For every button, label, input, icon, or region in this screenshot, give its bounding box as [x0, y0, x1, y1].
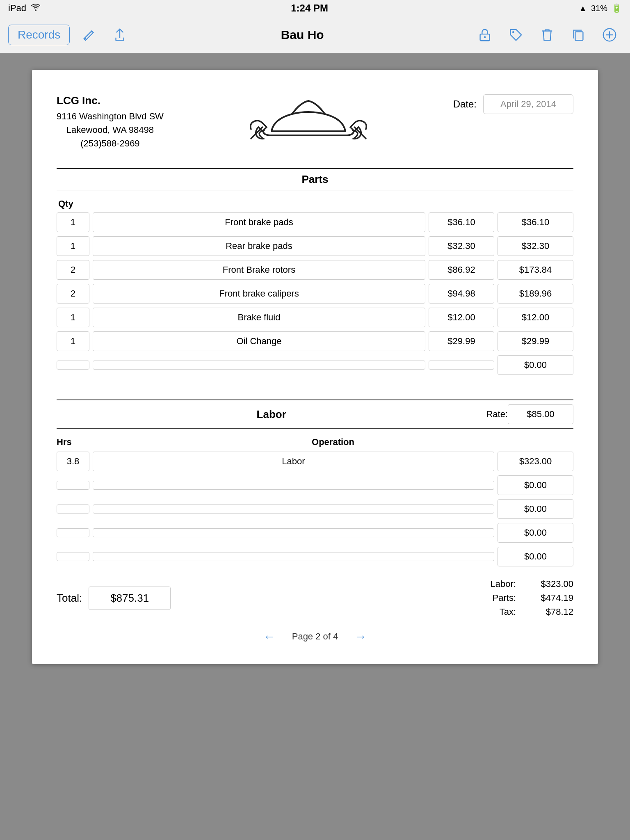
parts-price-cell[interactable]: $32.30 — [429, 236, 494, 256]
parts-desc-cell[interactable]: Brake fluid — [93, 308, 425, 327]
battery-label: 31% — [591, 4, 607, 13]
total-value: $875.31 — [89, 587, 171, 610]
parts-table-row: $0.00 — [57, 355, 573, 375]
parts-price-cell[interactable]: $94.98 — [429, 284, 494, 304]
totals-right: Labor: $323.00 Parts: $474.19 Tax: $78.1… — [475, 579, 573, 617]
labor-col-headers: Hrs Operation — [57, 437, 573, 447]
labor-summary-label: Labor: — [475, 579, 516, 589]
labor-op-cell[interactable] — [93, 504, 494, 514]
labor-amt-cell[interactable]: $323.00 — [498, 452, 573, 471]
totals-section: Total: $875.31 Labor: $323.00 Parts: $47… — [57, 579, 573, 617]
date-area: Date: April 29, 2014 — [453, 94, 573, 114]
labor-rate-value: $85.00 — [508, 404, 573, 424]
edit-button[interactable] — [76, 23, 101, 47]
labor-hrs-cell[interactable] — [57, 481, 89, 490]
labor-header: Labor Rate: $85.00 — [57, 399, 573, 429]
labor-summary-value: $323.00 — [524, 579, 573, 589]
parts-desc-cell[interactable]: Front brake pads — [93, 212, 425, 232]
parts-desc-cell[interactable] — [93, 361, 425, 370]
parts-qty-cell[interactable]: 2 — [57, 284, 89, 304]
parts-price-cell[interactable]: $29.99 — [429, 331, 494, 351]
parts-qty-cell[interactable]: 1 — [57, 331, 89, 351]
parts-desc-cell[interactable]: Oil Change — [93, 331, 425, 351]
wifi-icon — [31, 3, 40, 14]
total-left: Total: $875.31 — [57, 587, 171, 610]
parts-qty-cell[interactable]: 2 — [57, 260, 89, 280]
signal-icon: ▲ — [579, 4, 587, 13]
svg-rect-3 — [575, 32, 583, 40]
parts-price-cell[interactable]: $12.00 — [429, 308, 494, 327]
parts-qty-cell[interactable] — [57, 361, 89, 370]
labor-op-cell[interactable] — [93, 552, 494, 561]
parts-price-cell[interactable]: $86.92 — [429, 260, 494, 280]
delete-button[interactable] — [535, 23, 559, 47]
battery-icon: 🔋 — [612, 3, 622, 13]
date-label: Date: — [453, 98, 477, 110]
parts-col-headers: Qty — [57, 199, 573, 209]
svg-point-2 — [512, 31, 514, 33]
parts-total-cell[interactable]: $12.00 — [498, 308, 573, 327]
device-label: iPad — [8, 3, 26, 14]
parts-total-cell[interactable]: $36.10 — [498, 212, 573, 232]
time-display: 1:24 PM — [291, 2, 328, 14]
parts-total-cell[interactable]: $189.96 — [498, 284, 573, 304]
parts-qty-cell[interactable]: 1 — [57, 308, 89, 327]
labor-table-row: 3.8 Labor $323.00 — [57, 452, 573, 471]
labor-table: 3.8 Labor $323.00 $0.00 $0.00 $0.00 $0.0… — [57, 452, 573, 566]
add-button[interactable] — [597, 23, 622, 47]
labor-op-cell[interactable] — [93, 481, 494, 490]
labor-amt-cell[interactable]: $0.00 — [498, 475, 573, 495]
parts-table-row: 2 Front brake calipers $94.98 $189.96 — [57, 284, 573, 304]
svg-point-1 — [484, 36, 486, 38]
totals-row: Total: $875.31 Labor: $323.00 Parts: $47… — [57, 579, 573, 617]
labor-op-cell[interactable] — [93, 528, 494, 537]
labor-hrs-cell[interactable] — [57, 528, 89, 537]
lock-button[interactable] — [472, 23, 497, 47]
parts-summary-value: $474.19 — [524, 593, 573, 603]
phone: (253)588-2969 — [57, 137, 164, 150]
document-title: Bau Ho — [140, 28, 464, 42]
labor-amt-cell[interactable]: $0.00 — [498, 499, 573, 519]
parts-price-cell[interactable]: $36.10 — [429, 212, 494, 232]
labor-hrs-cell[interactable]: 3.8 — [57, 452, 89, 471]
labor-op-cell[interactable]: Labor — [93, 452, 494, 471]
labor-table-row: $0.00 — [57, 499, 573, 519]
hrs-header: Hrs — [57, 437, 89, 447]
company-info: LCG Inc. 9116 Washington Blvd SW Lakewoo… — [57, 94, 164, 150]
main-content: LCG Inc. 9116 Washington Blvd SW Lakewoo… — [0, 53, 630, 680]
qty-header: Qty — [58, 199, 95, 209]
parts-desc-cell[interactable]: Rear brake pads — [93, 236, 425, 256]
address-line2: Lakewood, WA 98498 — [57, 123, 164, 137]
status-bar: iPad 1:24 PM ▲ 31% 🔋 — [0, 0, 630, 16]
tax-summary-value: $78.12 — [524, 607, 573, 617]
labor-amt-cell[interactable]: $0.00 — [498, 547, 573, 566]
tag-button[interactable] — [504, 23, 528, 47]
parts-desc-cell[interactable]: Front brake calipers — [93, 284, 425, 304]
parts-total-cell[interactable]: $29.99 — [498, 331, 573, 351]
parts-desc-cell[interactable]: Front Brake rotors — [93, 260, 425, 280]
prev-page-button[interactable]: ← — [263, 630, 276, 644]
next-page-button[interactable]: → — [354, 630, 367, 644]
records-button[interactable]: Records — [8, 25, 70, 45]
page-indicator: Page 2 of 4 — [292, 631, 338, 642]
parts-qty-cell[interactable]: 1 — [57, 212, 89, 232]
parts-table-row: 1 Oil Change $29.99 $29.99 — [57, 331, 573, 351]
labor-hrs-cell[interactable] — [57, 552, 89, 561]
total-label: Total: — [57, 592, 82, 605]
pagination: ← Page 2 of 4 → — [57, 621, 573, 648]
parts-summary-row: Parts: $474.19 — [475, 593, 573, 603]
copy-button[interactable] — [566, 23, 591, 47]
parts-table-row: 1 Brake fluid $12.00 $12.00 — [57, 308, 573, 327]
parts-total-cell[interactable]: $32.30 — [498, 236, 573, 256]
share-button[interactable] — [107, 23, 132, 47]
parts-qty-cell[interactable]: 1 — [57, 236, 89, 256]
labor-hrs-cell[interactable] — [57, 504, 89, 514]
labor-rate-label: Rate: — [486, 409, 508, 420]
document: LCG Inc. 9116 Washington Blvd SW Lakewoo… — [32, 70, 598, 664]
parts-summary-label: Parts: — [475, 593, 516, 603]
labor-amt-cell[interactable]: $0.00 — [498, 523, 573, 543]
parts-table-row: 1 Front brake pads $36.10 $36.10 — [57, 212, 573, 232]
parts-total-cell[interactable]: $0.00 — [498, 355, 573, 375]
parts-total-cell[interactable]: $173.84 — [498, 260, 573, 280]
parts-price-cell[interactable] — [429, 361, 494, 370]
